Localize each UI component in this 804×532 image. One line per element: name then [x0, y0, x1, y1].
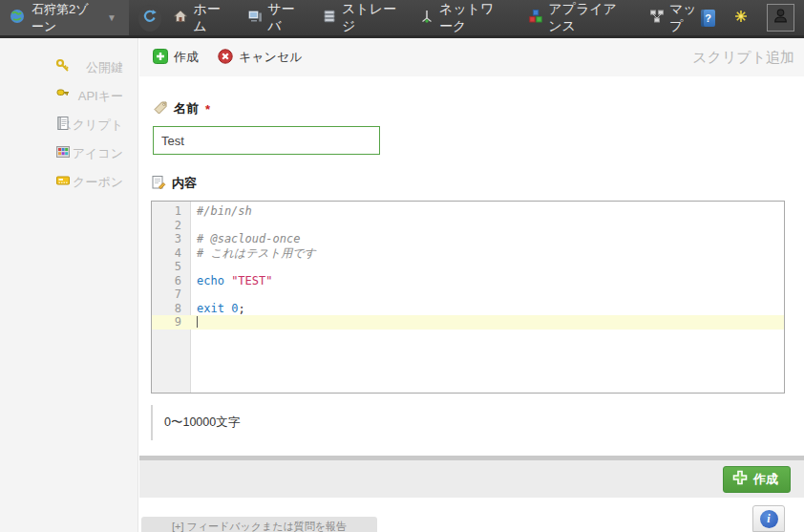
sidebar-item-coupon[interactable]: クーポン [0, 168, 138, 197]
line-number: 4 [152, 246, 190, 261]
editor-lines: 1#/bin/sh23# @sacloud-once4# これはテスト用です56… [152, 202, 784, 330]
map-icon [649, 9, 665, 27]
nav-label: ホーム [193, 1, 224, 35]
top-bar: 石狩第2ゾーン ▼ ホーム サーバ ストレージ ネットワーク [0, 0, 804, 38]
nav-label: マップ [669, 1, 701, 35]
editor-line[interactable]: 9 [152, 315, 784, 330]
toolbar: 作成 キャンセル スクリプト追加 [139, 38, 804, 76]
nav-item-network[interactable]: ネットワーク [419, 1, 505, 35]
editor-line[interactable]: 1#/bin/sh [152, 204, 784, 219]
tag-icon [153, 100, 168, 118]
sidebar: 公開鍵 APIキー スクリプト アイコン クーポン [0, 38, 138, 532]
zone-selector[interactable]: 石狩第2ゾーン ▼ [0, 0, 129, 35]
line-number: 1 [152, 204, 190, 219]
coupon-icon [55, 173, 71, 192]
name-input[interactable] [153, 126, 380, 155]
line-number: 2 [152, 219, 190, 233]
line-number: 8 [152, 302, 190, 316]
nav-item-storage[interactable]: ストレージ [322, 1, 396, 35]
cancel-icon [218, 49, 233, 67]
help-icon: ? [705, 12, 711, 24]
user-icon [772, 8, 789, 28]
editor-line[interactable]: 7 [152, 287, 784, 302]
page-title: スクリプト追加 [692, 49, 794, 67]
line-number: 3 [152, 232, 190, 246]
name-label-row: 名前 * [153, 101, 804, 117]
code-editor[interactable]: 1#/bin/sh23# @sacloud-once4# これはテスト用です56… [151, 201, 785, 394]
editor-line[interactable]: 4# これはテスト用です [152, 246, 784, 261]
app-window: 石狩第2ゾーン ▼ ホーム サーバ ストレージ ネットワーク [0, 0, 804, 532]
line-number: 9 [152, 315, 190, 330]
top-bar-right: ? [701, 4, 794, 32]
sidebar-item-script[interactable]: スクリプト [0, 111, 138, 139]
home-icon [173, 9, 188, 27]
info-icon: i [760, 510, 778, 528]
account-button[interactable] [767, 4, 794, 32]
feedback-tab[interactable]: [+] フィードバックまたは質問を報告 [141, 517, 377, 532]
help-button[interactable]: ? [701, 10, 715, 27]
text-cursor [197, 316, 198, 328]
nav-label: ストレージ [342, 1, 396, 35]
nav-label: サーバ [267, 1, 299, 35]
cancel-toolbar-label: キャンセル [239, 49, 303, 66]
script-icon [55, 116, 71, 135]
editor-line[interactable]: 6echo "TEST" [152, 274, 784, 288]
info-button[interactable]: i [752, 505, 785, 532]
zone-label: 石狩第2ゾーン [32, 1, 98, 35]
note-pencil-icon [151, 175, 166, 193]
refresh-icon [142, 9, 158, 28]
editor-line[interactable]: 2 [152, 219, 784, 233]
icon-grid-icon [55, 144, 71, 163]
appliance-icon [528, 9, 543, 27]
create-toolbar-label: 作成 [174, 49, 199, 66]
network-icon [419, 9, 434, 27]
nav-label: ネットワーク [439, 1, 505, 35]
editor-line[interactable]: 3# @sacloud-once [152, 232, 784, 246]
nav-item-map[interactable]: マップ [649, 1, 701, 35]
create-toolbar-button[interactable]: 作成 [153, 49, 199, 67]
char-counter: 0〜10000文字 [151, 405, 240, 440]
api-key-icon [55, 87, 71, 106]
main-panel: 作成 キャンセル スクリプト追加 名前 * 内容 1#/bin/sh23# @s… [139, 38, 804, 532]
line-number: 6 [152, 274, 190, 288]
required-mark: * [205, 102, 210, 117]
chevron-down-icon: ▼ [107, 12, 116, 23]
top-nav: ホーム サーバ ストレージ ネットワーク アプライアンス マップ [173, 1, 701, 35]
refresh-button[interactable] [138, 5, 162, 32]
sidebar-item-api-key[interactable]: APIキー [0, 82, 138, 111]
editor-line[interactable]: 5 [152, 260, 784, 274]
storage-icon [322, 9, 337, 27]
server-icon [247, 9, 263, 27]
name-label: 名前 [174, 100, 199, 117]
nav-label: アプライアンス [548, 1, 626, 35]
cancel-toolbar-button[interactable]: キャンセル [218, 49, 303, 67]
create-button-label: 作成 [753, 471, 778, 488]
action-bar: 作成 [139, 460, 804, 498]
plus-icon [731, 469, 749, 489]
globe-icon [10, 9, 25, 27]
nav-item-server[interactable]: サーバ [247, 1, 299, 35]
line-number: 5 [152, 260, 190, 274]
content-label-row: 内容 [151, 176, 804, 191]
sparkle-icon[interactable] [734, 10, 748, 27]
sidebar-item-public-key[interactable]: 公開鍵 [0, 53, 138, 82]
nav-item-home[interactable]: ホーム [173, 1, 224, 35]
create-button[interactable]: 作成 [723, 466, 791, 493]
editor-line[interactable]: 8exit 0; [152, 302, 784, 316]
sidebar-item-icon[interactable]: アイコン [0, 139, 138, 168]
plus-icon [153, 49, 168, 67]
nav-item-appliance[interactable]: アプライアンス [528, 1, 626, 35]
line-number: 7 [152, 287, 190, 302]
key-icon [55, 58, 71, 77]
content-label: 内容 [172, 175, 197, 192]
